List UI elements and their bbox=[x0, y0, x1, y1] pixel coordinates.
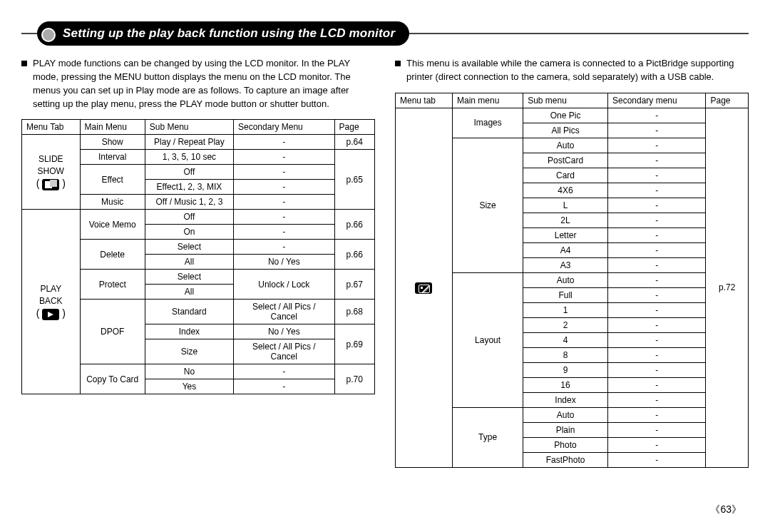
sub-menu-cell: Full bbox=[523, 287, 608, 302]
right-paragraph-text: This menu is available while the camera … bbox=[406, 57, 749, 84]
secondary-cell: - bbox=[607, 392, 706, 407]
banner-dot-icon bbox=[41, 28, 56, 42]
main-menu-cell: Type bbox=[452, 407, 523, 467]
table-row: SLIDESHOW ( ) Show Play / Repeat Play - … bbox=[22, 135, 375, 150]
header-cell: Main Menu bbox=[80, 120, 145, 135]
sub-menu-cell: Auto bbox=[523, 407, 608, 422]
sub-menu-cell: Auto bbox=[523, 138, 608, 153]
sub-menu-cell: 16 bbox=[523, 377, 608, 392]
page-cell: p.72 bbox=[706, 108, 749, 467]
sub-menu-cell: A4 bbox=[523, 242, 608, 257]
sub-menu-cell: FastPhoto bbox=[523, 452, 608, 467]
sub-menu-cell: One Pic bbox=[523, 108, 608, 123]
main-menu-cell: Music bbox=[80, 195, 145, 210]
sub-menu-cell: Plain bbox=[523, 422, 608, 437]
secondary-cell: - bbox=[607, 183, 706, 198]
header-cell: Sub menu bbox=[523, 93, 608, 108]
secondary-cell: - bbox=[607, 242, 706, 257]
sub-menu-cell: All bbox=[145, 255, 233, 270]
table-header-row: Menu tab Main menu Sub menu Secondary me… bbox=[396, 93, 749, 108]
secondary-cell: - bbox=[607, 407, 706, 422]
secondary-cell: Unlock / Lock bbox=[234, 270, 335, 300]
left-paragraph: PLAY mode functions can be changed by us… bbox=[21, 57, 375, 111]
sub-menu-cell: Select bbox=[145, 240, 233, 255]
page-cell: p.68 bbox=[334, 300, 374, 324]
left-column: PLAY mode functions can be changed by us… bbox=[21, 57, 375, 468]
banner-title: Setting up the play back function using … bbox=[63, 26, 395, 41]
secondary-cell: Select / All Pics / Cancel bbox=[234, 339, 335, 364]
secondary-cell: - bbox=[607, 437, 706, 452]
secondary-cell: - bbox=[234, 165, 335, 180]
left-paragraph-text: PLAY mode functions can be changed by us… bbox=[33, 57, 375, 111]
pictbridge-icon bbox=[415, 282, 432, 294]
section-banner: Setting up the play back function using … bbox=[21, 21, 749, 46]
page-cell: p.69 bbox=[334, 324, 374, 364]
secondary-cell: - bbox=[607, 227, 706, 242]
right-paragraph: This menu is available while the camera … bbox=[395, 57, 749, 84]
sub-menu-cell: A3 bbox=[523, 257, 608, 272]
main-menu-cell: DPOF bbox=[80, 300, 145, 364]
page-cell: p.65 bbox=[334, 150, 374, 210]
menutab-label: PLAYBACK bbox=[26, 283, 76, 307]
secondary-cell: - bbox=[607, 347, 706, 362]
sub-menu-cell: On bbox=[145, 225, 233, 240]
square-bullet-icon bbox=[21, 61, 27, 66]
menutab-pictbridge bbox=[396, 108, 453, 467]
two-column-layout: PLAY mode functions can be changed by us… bbox=[21, 57, 749, 468]
sub-menu-cell: 1 bbox=[523, 302, 608, 317]
sub-menu-cell: Effect1, 2, 3, MIX bbox=[145, 180, 233, 195]
sub-menu-cell: No bbox=[145, 364, 233, 379]
header-cell: Page bbox=[334, 120, 374, 135]
secondary-cell: - bbox=[607, 287, 706, 302]
secondary-cell: - bbox=[607, 272, 706, 287]
secondary-cell: - bbox=[607, 422, 706, 437]
table-header-row: Menu Tab Main Menu Sub Menu Secondary Me… bbox=[22, 120, 375, 135]
secondary-cell: - bbox=[607, 108, 706, 123]
header-cell: Menu tab bbox=[396, 93, 453, 108]
sub-menu-cell: Yes bbox=[145, 379, 233, 394]
secondary-cell: - bbox=[234, 150, 335, 165]
secondary-cell: - bbox=[234, 364, 335, 379]
menutab-icon-wrap: ( ) bbox=[26, 307, 76, 321]
page-cell: p.64 bbox=[334, 135, 374, 150]
sub-menu-cell: Letter bbox=[523, 227, 608, 242]
secondary-cell: - bbox=[607, 362, 706, 377]
secondary-cell: - bbox=[234, 225, 335, 240]
page-number-value: 63 bbox=[720, 503, 732, 515]
sub-menu-cell: Off bbox=[145, 210, 233, 225]
sub-menu-cell: 8 bbox=[523, 347, 608, 362]
page-cell: p.66 bbox=[334, 240, 374, 270]
sub-menu-cell: Card bbox=[523, 168, 608, 183]
manual-page: Setting up the play back function using … bbox=[0, 0, 770, 532]
sub-menu-cell: 4 bbox=[523, 332, 608, 347]
secondary-cell: - bbox=[607, 153, 706, 168]
main-menu-cell: Interval bbox=[80, 150, 145, 165]
page-cell: p.66 bbox=[334, 210, 374, 240]
secondary-cell: - bbox=[607, 452, 706, 467]
sub-menu-cell: All bbox=[145, 285, 233, 300]
playback-menu-table: Menu Tab Main Menu Sub Menu Secondary Me… bbox=[21, 119, 375, 394]
sub-menu-cell: Size bbox=[145, 339, 233, 364]
page-number: 《63》 bbox=[710, 503, 741, 516]
pictbridge-menu-table: Menu tab Main menu Sub menu Secondary me… bbox=[395, 93, 749, 468]
sub-menu-cell: 2L bbox=[523, 213, 608, 227]
banner-pill: Setting up the play back function using … bbox=[37, 21, 409, 46]
page-cell: p.67 bbox=[334, 270, 374, 300]
secondary-cell: - bbox=[234, 180, 335, 195]
play-icon bbox=[42, 309, 59, 320]
sub-menu-cell: L bbox=[523, 198, 608, 213]
header-cell: Secondary menu bbox=[607, 93, 706, 108]
sub-menu-cell: Auto bbox=[523, 272, 608, 287]
sub-menu-cell: Standard bbox=[145, 300, 233, 324]
secondary-cell: - bbox=[234, 210, 335, 225]
sub-menu-cell: Off bbox=[145, 165, 233, 180]
sub-menu-cell: Select bbox=[145, 270, 233, 285]
sub-menu-cell: PostCard bbox=[523, 153, 608, 168]
secondary-cell: - bbox=[607, 377, 706, 392]
secondary-cell: - bbox=[607, 302, 706, 317]
slideshow-icon bbox=[42, 179, 59, 190]
secondary-cell: No / Yes bbox=[234, 324, 335, 339]
menutab-label: SLIDESHOW bbox=[26, 153, 76, 178]
secondary-cell: - bbox=[607, 317, 706, 332]
main-menu-cell: Effect bbox=[80, 165, 145, 195]
